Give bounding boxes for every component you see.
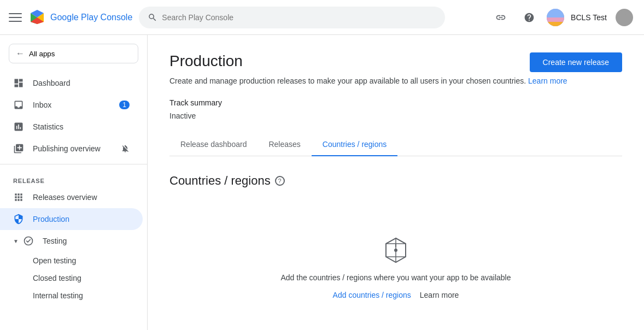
link-icon-btn[interactable] xyxy=(490,7,512,28)
search-input[interactable] xyxy=(162,13,436,22)
search-bar xyxy=(139,7,445,28)
sidebar-item-dashboard[interactable]: Dashboard xyxy=(0,72,143,94)
sidebar-item-production[interactable]: Production xyxy=(0,208,143,230)
chevron-down-icon: ▼ xyxy=(13,238,19,244)
back-arrow-icon: ← xyxy=(16,49,25,58)
sidebar-item-statistics[interactable]: Statistics xyxy=(0,116,143,138)
statistics-icon xyxy=(13,121,24,132)
tabs: Release dashboard Releases Countries / r… xyxy=(169,133,622,156)
track-status: Inactive xyxy=(169,111,622,120)
sidebar-item-label: Production xyxy=(33,215,69,223)
testing-icon xyxy=(23,235,34,246)
link-icon xyxy=(495,12,506,23)
page-description: Create and manage production releases to… xyxy=(169,76,622,85)
section-title-row: Countries / regions ? xyxy=(169,174,622,188)
sidebar-item-open-testing[interactable]: Open testing xyxy=(0,252,147,269)
notification-off-icon xyxy=(121,144,130,153)
sidebar-item-testing[interactable]: ▼ Testing xyxy=(0,230,143,252)
main-content: Production Create new release Create and… xyxy=(148,35,644,330)
topbar-right: BCLS Test xyxy=(490,7,635,28)
all-apps-label: All apps xyxy=(29,50,55,58)
empty-state-actions: Add countries / regions Learn more xyxy=(333,291,459,299)
inbox-icon xyxy=(13,99,24,110)
tab-countries-regions[interactable]: Countries / regions xyxy=(312,133,398,156)
topbar: Google Play Console BCLS Test xyxy=(0,0,644,35)
sidebar: ← All apps Dashboard Inbox 1 Statistics xyxy=(0,35,148,330)
svg-rect-1 xyxy=(547,17,564,22)
logo[interactable]: Google Play Console xyxy=(28,9,132,26)
username: BCLS Test xyxy=(571,13,607,22)
menu-icon[interactable] xyxy=(9,11,22,24)
sidebar-item-internal-testing[interactable]: Internal testing xyxy=(0,287,147,304)
help-icon xyxy=(524,12,535,23)
logo-icon xyxy=(28,9,46,26)
sidebar-item-publishing-overview[interactable]: Publishing overview xyxy=(0,138,143,160)
production-icon xyxy=(13,214,24,225)
page-header: Production Create new release xyxy=(169,52,622,72)
section-help-icon[interactable]: ? xyxy=(275,176,285,186)
empty-state-icon xyxy=(382,236,410,264)
create-new-release-button[interactable]: Create new release xyxy=(530,52,622,72)
help-icon-btn[interactable] xyxy=(518,7,540,28)
section-title: Countries / regions xyxy=(169,174,271,188)
sidebar-item-releases-overview[interactable]: Releases overview xyxy=(0,186,143,208)
app-avatar xyxy=(547,9,564,26)
sidebar-item-label: Testing xyxy=(43,237,67,245)
sidebar-item-label: Statistics xyxy=(33,122,63,131)
tab-release-dashboard[interactable]: Release dashboard xyxy=(169,133,257,156)
sidebar-item-label: Releases overview xyxy=(33,193,97,202)
learn-more-link[interactable]: Learn more xyxy=(528,76,567,85)
sidebar-item-label: Inbox xyxy=(33,101,51,109)
sidebar-divider xyxy=(0,164,147,164)
svg-point-4 xyxy=(394,249,397,252)
search-icon xyxy=(148,13,157,22)
page-title: Production xyxy=(169,52,243,70)
empty-state-text: Add the countries / regions where you wa… xyxy=(280,273,511,282)
logo-text: Google Play Console xyxy=(50,13,132,22)
account-icon-btn[interactable] xyxy=(613,7,635,28)
layout: ← All apps Dashboard Inbox 1 Statistics xyxy=(0,35,644,330)
empty-state: Add the countries / regions where you wa… xyxy=(169,214,622,321)
releases-overview-icon xyxy=(13,192,24,203)
publishing-icon xyxy=(13,143,24,154)
sidebar-item-inbox[interactable]: Inbox 1 xyxy=(0,94,143,116)
sidebar-item-closed-testing[interactable]: Closed testing xyxy=(0,269,147,287)
sidebar-item-label: Dashboard xyxy=(33,79,71,87)
all-apps-button[interactable]: ← All apps xyxy=(9,44,138,63)
sidebar-item-label: Publishing overview xyxy=(33,144,101,153)
release-section-label: Release xyxy=(0,169,147,186)
add-countries-regions-link[interactable]: Add countries / regions xyxy=(333,291,411,299)
tab-releases[interactable]: Releases xyxy=(257,133,311,156)
learn-more-text[interactable]: Learn more xyxy=(420,291,459,299)
svg-rect-2 xyxy=(547,22,564,26)
dashboard-icon xyxy=(13,78,24,89)
inbox-badge: 1 xyxy=(119,101,130,109)
track-summary-label: Track summary xyxy=(169,98,622,107)
user-avatar xyxy=(616,9,633,26)
